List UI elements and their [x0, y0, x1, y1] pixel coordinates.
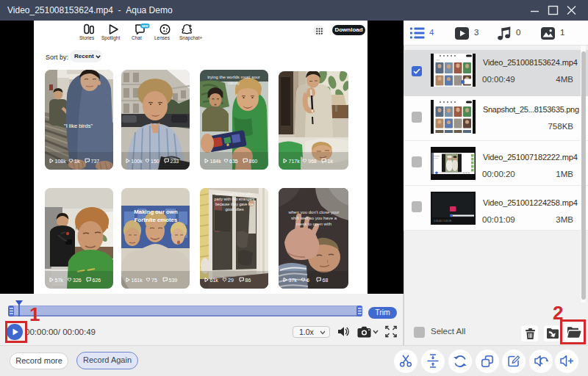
svg-text:1k: 1k: [74, 159, 80, 164]
svg-text:233: 233: [171, 159, 179, 164]
svg-text:party with two strangers: party with two strangers: [215, 197, 255, 201]
svg-text:29: 29: [228, 278, 234, 283]
svg-text:68: 68: [323, 278, 329, 283]
svg-text:when you don't close your: when you don't close your: [287, 210, 339, 214]
svg-text:539: 539: [169, 278, 178, 283]
svg-text:161k: 161k: [132, 278, 143, 283]
svg-text:shift well so you have a: shift well so you have a: [291, 216, 337, 220]
svg-text:61k: 61k: [210, 278, 219, 283]
svg-text:because they gave me: because they gave me: [215, 202, 254, 206]
svg-text:candy: candy: [228, 81, 240, 85]
svg-text:635: 635: [229, 159, 238, 164]
svg-text:NEW: NEW: [142, 25, 148, 28]
svg-text:86: 86: [245, 278, 251, 283]
svg-text:good vibes: good vibes: [225, 207, 243, 212]
svg-text:trying the worlds most sour: trying the worlds most sour: [207, 75, 260, 79]
svg-text:150: 150: [151, 159, 159, 164]
svg-text:184k: 184k: [210, 159, 222, 164]
svg-text:968: 968: [308, 159, 317, 164]
svg-text:"I like birds": "I like birds": [64, 123, 93, 129]
svg-text:was invited to the after: was invited to the after: [215, 192, 254, 196]
svg-text:6: 6: [306, 278, 309, 283]
svg-text:Making our own: Making our own: [134, 209, 178, 215]
svg-text:57k: 57k: [55, 278, 64, 283]
svg-text:326: 326: [73, 278, 82, 283]
svg-text:626: 626: [93, 278, 101, 283]
svg-text:737: 737: [91, 159, 100, 164]
svg-text:Fortnite emotes: Fortnite emotes: [135, 217, 178, 223]
svg-text:37k: 37k: [289, 278, 298, 283]
svg-text:717k: 717k: [289, 159, 301, 164]
svg-text:108k: 108k: [55, 159, 67, 164]
svg-text:75: 75: [151, 278, 157, 283]
svg-text:1k: 1k: [328, 159, 334, 164]
svg-text:100k: 100k: [132, 159, 143, 164]
svg-text:mess to open with: mess to open with: [296, 222, 331, 226]
svg-text:860: 860: [249, 159, 258, 164]
